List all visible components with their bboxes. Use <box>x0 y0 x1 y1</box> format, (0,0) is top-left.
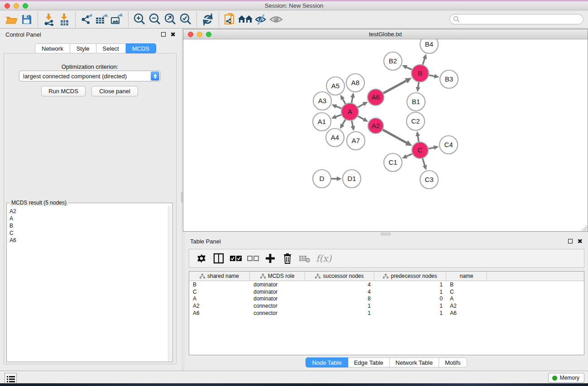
graph-node-A5[interactable]: A5 <box>326 77 344 95</box>
zoom-selected-button[interactable] <box>178 12 193 27</box>
graph-edge-A-A3[interactable] <box>336 106 342 109</box>
graph-node-D1[interactable]: D1 <box>343 170 361 188</box>
tab-style[interactable]: Style <box>70 43 96 53</box>
graph-edge-A-A4[interactable] <box>342 119 345 125</box>
export-table-button[interactable] <box>94 12 110 27</box>
graph-node-A3[interactable]: A3 <box>313 92 331 110</box>
table-row[interactable]: Bdominator41B <box>189 281 584 288</box>
create-column-button[interactable] <box>263 251 278 266</box>
graph-edge-A-A8[interactable] <box>352 97 353 103</box>
delete-column-button[interactable] <box>280 251 295 266</box>
tab-motifs[interactable]: Motifs <box>439 357 467 367</box>
mcds-result-list[interactable]: A2ABCA6 <box>7 206 168 361</box>
table-row[interactable]: Adominator80A <box>189 295 584 302</box>
graph-node-A7[interactable]: A7 <box>347 132 365 150</box>
import-network-button[interactable] <box>41 12 57 27</box>
table-row[interactable]: A2connector11A2 <box>189 302 584 310</box>
column-header-MCDS-role[interactable]: MCDS role <box>250 272 305 281</box>
column-header-name[interactable]: name <box>446 272 487 281</box>
zoom-in-button[interactable] <box>132 12 147 27</box>
close-panel-button[interactable]: Close panel <box>91 86 138 96</box>
graph-edge-C-C2[interactable] <box>418 136 419 142</box>
graph-edge-A-A7[interactable] <box>352 121 353 127</box>
graph-node-C[interactable]: C <box>412 142 428 158</box>
graph-node-C2[interactable]: C2 <box>406 112 425 130</box>
open-session-button[interactable] <box>4 12 19 27</box>
function-builder-button[interactable]: f(x) <box>314 253 331 264</box>
hide-selected-button[interactable] <box>253 12 268 27</box>
table-row[interactable]: A6connector11A6 <box>189 310 584 317</box>
column-header-predecessor-nodes[interactable]: predecessor nodes <box>374 272 446 281</box>
table-row[interactable]: Cdominator41C <box>189 288 584 295</box>
tab-network-table[interactable]: Network Table <box>390 357 439 367</box>
network-close-button[interactable] <box>188 32 193 37</box>
close-panel-icon[interactable]: ✖ <box>170 31 176 38</box>
graph-edge-C-C3[interactable] <box>423 158 425 166</box>
graph-node-C4[interactable]: C4 <box>440 136 458 154</box>
graph-node-B[interactable]: B <box>411 65 429 82</box>
graph-edge-C-C4[interactable] <box>429 148 435 148</box>
graph-node-B2[interactable]: B2 <box>384 52 402 70</box>
tab-node-table[interactable]: Node Table <box>306 357 348 367</box>
graph-edge-B-B2[interactable] <box>406 67 412 70</box>
select-all-columns-button[interactable] <box>228 251 244 266</box>
memory-button[interactable]: Memory <box>548 373 584 383</box>
tab-edge-table[interactable]: Edge Table <box>348 357 390 367</box>
network-maximize-button[interactable] <box>206 32 211 37</box>
column-header-shared-name[interactable]: shared name <box>189 272 250 281</box>
graph-edge-A-A2[interactable] <box>358 116 364 120</box>
export-image-button[interactable] <box>110 12 125 27</box>
graph-node-A8[interactable]: A8 <box>346 74 364 92</box>
graph-node-C3[interactable]: C3 <box>420 171 438 189</box>
save-session-button[interactable] <box>19 12 34 27</box>
graph-node-B1[interactable]: B1 <box>407 93 425 111</box>
graph-edge-B-B1[interactable] <box>418 82 419 88</box>
tab-mcds[interactable]: MCDS <box>126 43 156 53</box>
tab-network[interactable]: Network <box>35 43 70 53</box>
close-window-button[interactable] <box>5 3 10 9</box>
table-settings-button[interactable] <box>194 251 209 266</box>
graph-edge-A2-C[interactable] <box>383 130 407 143</box>
zoom-out-button[interactable] <box>147 12 163 27</box>
tab-select[interactable]: Select <box>96 43 126 53</box>
table-float-panel-icon[interactable] <box>568 239 573 243</box>
graph-edge-B-B3[interactable] <box>429 75 435 76</box>
import-table-button[interactable] <box>57 12 72 27</box>
graph-edge-C-C1[interactable] <box>406 154 412 157</box>
mcds-result-item[interactable]: A6 <box>10 237 168 244</box>
show-all-button[interactable] <box>268 12 284 27</box>
graph-node-A1[interactable]: A1 <box>313 113 331 131</box>
mcds-result-item[interactable]: C <box>10 229 168 237</box>
mcds-list-scrollbar[interactable] <box>168 206 172 361</box>
graph-edge-A-A5[interactable] <box>343 99 346 104</box>
search-field[interactable] <box>449 14 583 24</box>
graph-node-B3[interactable]: B3 <box>440 70 458 88</box>
graph-edge-A6-B[interactable] <box>383 81 406 93</box>
maximize-window-button[interactable] <box>23 3 28 9</box>
graph-node-A6[interactable]: A6 <box>368 89 384 105</box>
graph-edge-B-B4[interactable] <box>423 58 425 65</box>
table-close-panel-icon[interactable]: ✖ <box>577 238 583 244</box>
mcds-result-item[interactable]: A <box>10 215 168 222</box>
graph-edge-A-A1[interactable] <box>335 115 341 117</box>
graph-node-B4[interactable]: B4 <box>420 39 438 53</box>
clone-network-button[interactable] <box>222 12 238 27</box>
refresh-button[interactable] <box>200 12 215 27</box>
graph-node-A[interactable]: A <box>341 103 359 120</box>
column-header-successor-nodes[interactable]: successor nodes <box>305 272 374 281</box>
minimize-window-button[interactable] <box>14 3 19 9</box>
float-panel-icon[interactable] <box>161 32 166 37</box>
mcds-result-item[interactable]: B <box>10 222 168 229</box>
network-minimize-button[interactable] <box>197 32 202 37</box>
graph-edge-A-A6[interactable] <box>358 104 363 108</box>
run-mcds-button[interactable]: Run MCDS <box>41 86 86 96</box>
network-window-titlebar[interactable]: testGlobe.txt <box>183 29 588 39</box>
graph-node-A4[interactable]: A4 <box>326 129 344 147</box>
export-network-button[interactable] <box>79 12 94 27</box>
show-column-panel-button[interactable] <box>211 251 226 266</box>
graph-node-A2[interactable]: A2 <box>368 118 383 133</box>
first-neighbors-button[interactable] <box>238 12 253 27</box>
graph-node-D[interactable]: D <box>313 170 331 188</box>
mcds-result-item[interactable]: A2 <box>10 208 168 215</box>
unselect-all-columns-button[interactable] <box>245 251 261 266</box>
